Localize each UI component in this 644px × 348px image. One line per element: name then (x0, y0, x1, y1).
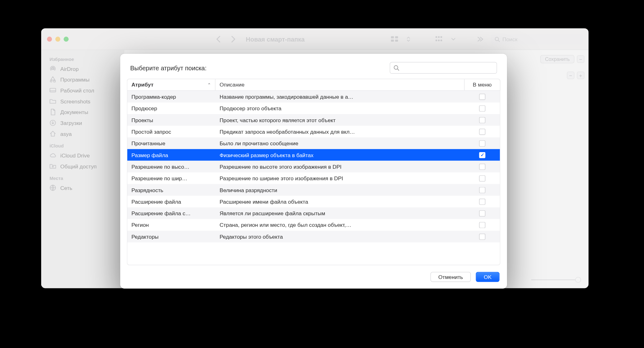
view-dropdown-icon[interactable] (406, 34, 412, 44)
save-smart-folder-button[interactable]: Сохранить (540, 55, 574, 63)
minimize-window-button[interactable] (55, 37, 60, 42)
desktop-icon (50, 87, 56, 94)
attribute-in-menu-cell (465, 163, 500, 170)
sidebar-item[interactable]: Общий доступ (41, 161, 124, 172)
in-menu-checkbox[interactable] (479, 105, 485, 112)
attribute-in-menu-cell (465, 187, 500, 193)
cancel-button[interactable]: Отменить (430, 272, 471, 282)
in-menu-checkbox[interactable] (479, 140, 485, 147)
sidebar: ИзбранноеAirDropПрограммыРабочий столScr… (41, 50, 124, 288)
attribute-in-menu-cell (465, 233, 500, 240)
sidebar-item[interactable]: Сеть (41, 182, 124, 193)
in-menu-checkbox[interactable] (479, 163, 485, 170)
sidebar-item[interactable]: Загрузки (41, 117, 124, 128)
attribute-name-cell: Размер файла (127, 152, 216, 158)
sidebar-item[interactable]: asya (41, 128, 124, 139)
sidebar-item[interactable]: Программы (41, 74, 124, 85)
add-rule-button[interactable]: + (577, 72, 584, 79)
attribute-description-cell: Расширение имени файла объекта (215, 198, 464, 205)
chevron-down-icon[interactable] (451, 34, 456, 44)
attribute-row[interactable]: Программа-кодерНазвание программы, закод… (127, 91, 500, 102)
in-menu-checkbox[interactable] (479, 117, 485, 123)
back-button[interactable] (213, 34, 223, 44)
sidebar-item[interactable]: iCloud Drive (41, 150, 124, 161)
attribute-description-cell: Было ли прочитано сообщение (215, 140, 464, 147)
column-header-description[interactable]: Описание (215, 79, 464, 90)
attribute-row[interactable]: ПродюсерПродюсер этого объекта (127, 102, 500, 114)
in-menu-checkbox[interactable] (479, 152, 485, 158)
sidebar-item-label: Общий доступ (60, 163, 96, 169)
attribute-row[interactable]: РазрядностьВеличина разрядности (127, 184, 500, 196)
group-by-button[interactable] (434, 34, 445, 44)
finder-toolbar: Новая смарт-папка Поиск (124, 28, 589, 50)
attribute-name-cell: Регион (127, 222, 216, 228)
finder-search-field[interactable]: Поиск (491, 34, 583, 45)
sidebar-item[interactable]: Screenshots (41, 96, 124, 107)
attribute-in-menu-cell (465, 198, 500, 205)
attribute-table-header: Атрибут ⌃ Описание В меню (127, 79, 500, 91)
attribute-row[interactable]: РегионСтрана, регион или место, где был … (127, 219, 500, 231)
in-menu-checkbox[interactable] (479, 210, 485, 216)
sidebar-section-title: Места (41, 172, 124, 182)
in-menu-checkbox[interactable] (479, 198, 485, 205)
attribute-description-cell: Проект, частью которого является этот об… (215, 117, 464, 123)
slider-thumb[interactable] (575, 277, 581, 283)
attribute-row[interactable]: Разрешение по шир…Разрешение по ширине э… (127, 172, 500, 184)
forward-button[interactable] (228, 34, 238, 44)
attribute-row[interactable]: ПроектыПроект, частью которого является … (127, 114, 500, 126)
svg-rect-0 (391, 36, 394, 38)
icon-size-slider[interactable] (531, 276, 581, 283)
svg-rect-5 (438, 36, 440, 38)
svg-rect-3 (395, 40, 398, 42)
more-toolbar-icon[interactable] (475, 34, 486, 44)
ok-button[interactable]: OK (476, 272, 500, 282)
attribute-description-cell: Физический размер объекта в байтах (215, 152, 464, 158)
svg-rect-1 (395, 36, 398, 38)
in-menu-checkbox[interactable] (479, 187, 485, 193)
attribute-row[interactable]: ПрочитанныеБыло ли прочитано сообщение (127, 137, 500, 149)
attribute-description-cell: Разрешение по высоте этого изображения в… (215, 163, 464, 170)
column-header-attribute[interactable]: Атрибут ⌃ (127, 79, 216, 90)
attribute-description-cell: Страна, регион или место, где был создан… (215, 222, 464, 228)
folder-icon (50, 98, 56, 104)
remove-rule-button[interactable]: − (567, 72, 574, 79)
attribute-name-cell: Расширение файла с… (127, 210, 216, 216)
in-menu-checkbox[interactable] (479, 93, 485, 100)
search-placeholder: Поиск (502, 36, 517, 42)
attribute-name-cell: Проекты (127, 117, 216, 123)
view-icons-button[interactable] (389, 34, 400, 44)
in-menu-checkbox[interactable] (479, 128, 485, 135)
attribute-name-cell: Разрядность (127, 187, 216, 193)
sidebar-item[interactable]: AirDrop (41, 63, 124, 74)
attribute-row[interactable]: Простой запросПредикат запроса необработ… (127, 126, 500, 137)
apps-icon (50, 76, 56, 83)
attribute-name-cell: Разрешение по шир… (127, 175, 216, 181)
attribute-row[interactable]: РедакторыРедакторы этого объекта (127, 231, 500, 242)
remove-smart-folder-button[interactable]: − (577, 55, 584, 63)
sidebar-item[interactable]: Рабочий стол (41, 85, 124, 96)
attribute-in-menu-cell (465, 128, 500, 135)
sidebar-item[interactable]: Документы (41, 107, 124, 117)
svg-rect-7 (436, 40, 437, 41)
svg-point-16 (394, 66, 398, 69)
close-window-button[interactable] (47, 37, 52, 42)
attribute-search-field[interactable] (390, 62, 497, 74)
attribute-row[interactable]: Размер файлаФизический размер объекта в … (127, 149, 500, 161)
in-menu-checkbox[interactable] (479, 222, 485, 228)
in-menu-checkbox[interactable] (479, 233, 485, 240)
svg-rect-6 (441, 36, 442, 38)
attribute-row[interactable]: Расширение файлаРасширение имени файла о… (127, 196, 500, 207)
attribute-in-menu-cell (465, 117, 500, 123)
attribute-description-cell: Предикат запроса необработанных данных д… (215, 128, 464, 135)
attribute-name-cell: Расширение файла (127, 198, 216, 205)
attribute-row[interactable]: Разрешение по высо…Разрешение по высоте … (127, 161, 500, 172)
attribute-row[interactable]: Расширение файла с…Является ли расширени… (127, 207, 500, 219)
attribute-description-cell: Разрешение по ширине этого изображения в… (215, 175, 464, 181)
maximize-window-button[interactable] (64, 37, 69, 42)
sidebar-item-label: Программы (60, 77, 90, 83)
column-header-attribute-label: Атрибут (131, 82, 154, 88)
attribute-in-menu-cell (465, 210, 500, 216)
attribute-name-cell: Продюсер (127, 105, 216, 112)
in-menu-checkbox[interactable] (479, 175, 485, 181)
column-header-in-menu[interactable]: В меню (465, 79, 500, 90)
